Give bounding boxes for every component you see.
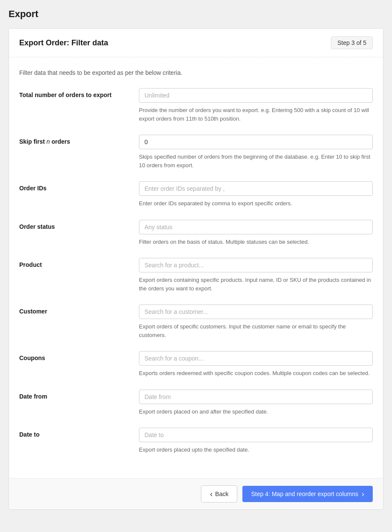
coupons-row: Coupons Exports orders redeemed with spe… [19, 351, 373, 378]
next-button[interactable]: Step 4: Map and reorder export columns [242, 486, 373, 502]
date-to-row: Date to Export orders placed upto the sp… [19, 428, 373, 454]
order-status-input[interactable] [139, 220, 373, 234]
skip-first-label-suffix: orders [50, 138, 70, 145]
order-ids-label-col: Order IDs [19, 181, 139, 208]
coupons-input[interactable] [139, 351, 373, 366]
coupons-hint: Exports orders redeemed with specific co… [139, 369, 373, 378]
order-ids-input[interactable] [139, 181, 373, 196]
coupons-label: Coupons [19, 355, 45, 361]
skip-first-hint: Skips specified number of orders from th… [139, 153, 373, 169]
order-ids-hint: Enter order IDs separated by comma to ex… [139, 199, 373, 208]
card-header-title: Export Order: Filter data [19, 38, 108, 47]
card-body: Filter data that needs to be exported as… [9, 57, 383, 478]
customer-input[interactable] [139, 304, 373, 319]
product-hint: Export orders containing specific produc… [139, 276, 373, 293]
customer-label-col: Customer [19, 304, 139, 339]
coupons-field-col: Exports orders redeemed with specific co… [139, 351, 373, 378]
date-to-input[interactable] [139, 428, 373, 442]
date-to-label: Date to [19, 431, 39, 438]
coupons-label-col: Coupons [19, 351, 139, 378]
back-button[interactable]: Back [201, 485, 237, 502]
total-orders-row: Total number of orders to export Provide… [19, 88, 373, 123]
product-row: Product Export orders containing specifi… [19, 258, 373, 293]
order-status-label: Order status [19, 223, 55, 230]
next-label: Step 4: Map and reorder export columns [251, 491, 358, 497]
total-orders-field-col: Provide the number of orders you want to… [139, 88, 373, 123]
date-from-input[interactable] [139, 390, 373, 404]
date-from-row: Date from Export orders placed on and af… [19, 390, 373, 416]
chevron-left-icon [210, 490, 212, 498]
skip-first-label-col: Skip first n orders [19, 135, 139, 169]
date-from-hint: Export orders placed on and after the sp… [139, 408, 373, 416]
order-status-hint: Filter orders on the basis of status. Mu… [139, 238, 373, 246]
export-card: Export Order: Filter data Step 3 of 5 Fi… [9, 28, 383, 510]
date-to-hint: Export orders placed upto the specified … [139, 446, 373, 454]
order-ids-field-col: Enter order IDs separated by comma to ex… [139, 181, 373, 208]
card-header: Export Order: Filter data Step 3 of 5 [9, 29, 383, 57]
description-text: Filter data that needs to be exported as… [19, 69, 373, 76]
product-input[interactable] [139, 258, 373, 272]
skip-first-row: Skip first n orders Skips specified numb… [19, 135, 373, 169]
customer-row: Customer Export orders of specific custo… [19, 304, 373, 339]
customer-field-col: Export orders of specific customers. Inp… [139, 304, 373, 339]
date-from-field-col: Export orders placed on and after the sp… [139, 390, 373, 416]
product-field-col: Export orders containing specific produc… [139, 258, 373, 293]
order-status-row: Order status Filter orders on the basis … [19, 220, 373, 246]
product-label: Product [19, 261, 42, 268]
skip-first-input[interactable] [139, 135, 373, 149]
customer-label: Customer [19, 308, 47, 315]
page-title: Export [0, 9, 392, 28]
date-from-label: Date from [19, 393, 47, 400]
skip-first-label: Skip first n orders [19, 138, 70, 145]
total-orders-hint: Provide the number of orders you want to… [139, 106, 373, 123]
back-label: Back [215, 491, 228, 497]
order-ids-row: Order IDs Enter order IDs separated by c… [19, 181, 373, 208]
date-from-label-col: Date from [19, 390, 139, 416]
skip-first-label-italic: n [47, 138, 50, 145]
total-orders-label: Total number of orders to export [19, 92, 112, 98]
date-to-field-col: Export orders placed upto the specified … [139, 428, 373, 454]
date-to-label-col: Date to [19, 428, 139, 454]
total-orders-input[interactable] [139, 88, 373, 103]
skip-first-label-prefix: Skip first [19, 138, 47, 145]
skip-first-field-col: Skips specified number of orders from th… [139, 135, 373, 169]
order-status-field-col: Filter orders on the basis of status. Mu… [139, 220, 373, 246]
card-footer: Back Step 4: Map and reorder export colu… [9, 478, 383, 509]
order-ids-label: Order IDs [19, 185, 47, 192]
product-label-col: Product [19, 258, 139, 293]
customer-hint: Export orders of specific customers. Inp… [139, 322, 373, 339]
order-status-label-col: Order status [19, 220, 139, 246]
total-orders-label-col: Total number of orders to export [19, 88, 139, 123]
step-badge: Step 3 of 5 [331, 36, 373, 49]
chevron-right-icon [362, 490, 364, 498]
